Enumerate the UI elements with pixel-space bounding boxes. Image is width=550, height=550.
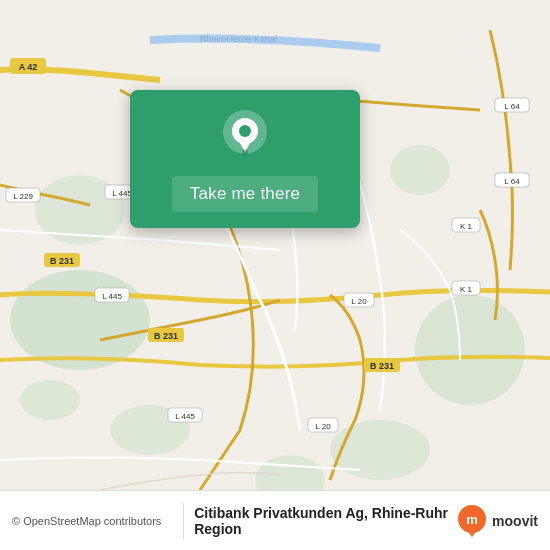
svg-point-2 [390,145,450,195]
svg-text:B 231: B 231 [50,256,74,266]
svg-text:K 1: K 1 [460,285,473,294]
osm-credit: © OpenStreetMap contributors [12,515,161,527]
svg-text:L 445: L 445 [175,412,195,421]
place-name: Citibank Privatkunden Ag, Rhine-Ruhr Reg… [194,505,456,537]
bottom-bar: © OpenStreetMap contributors Citibank Pr… [0,490,550,550]
svg-point-4 [330,420,430,480]
svg-text:L 64: L 64 [504,102,520,111]
svg-point-0 [10,270,150,370]
svg-text:L 20: L 20 [351,297,367,306]
svg-text:B 231: B 231 [154,331,178,341]
moovit-icon: m [456,505,488,537]
divider [183,503,184,539]
svg-text:L 445: L 445 [102,292,122,301]
moovit-logo: m moovit [456,505,538,537]
svg-text:L 20: L 20 [315,422,331,431]
map-svg: Rhein-Herne-Kanal A 42 [0,0,550,550]
moovit-text: moovit [492,513,538,529]
svg-text:m: m [466,512,478,527]
svg-text:L 229: L 229 [13,192,33,201]
svg-text:K 1: K 1 [460,222,473,231]
svg-point-1 [415,295,525,405]
svg-marker-48 [466,529,478,537]
svg-text:Rhein-Herne-Kanal: Rhein-Herne-Kanal [200,34,277,44]
location-card: Take me there [130,90,360,228]
place-info: Citibank Privatkunden Ag, Rhine-Ruhr Reg… [194,505,456,537]
svg-text:A 42: A 42 [19,62,38,72]
take-me-there-button[interactable]: Take me there [172,176,318,212]
svg-point-7 [20,380,80,420]
svg-text:L 64: L 64 [504,177,520,186]
map-container: Rhein-Herne-Kanal A 42 [0,0,550,550]
svg-text:B 231: B 231 [370,361,394,371]
pin-icon [219,110,271,162]
svg-point-45 [242,149,248,155]
svg-point-43 [239,125,251,137]
